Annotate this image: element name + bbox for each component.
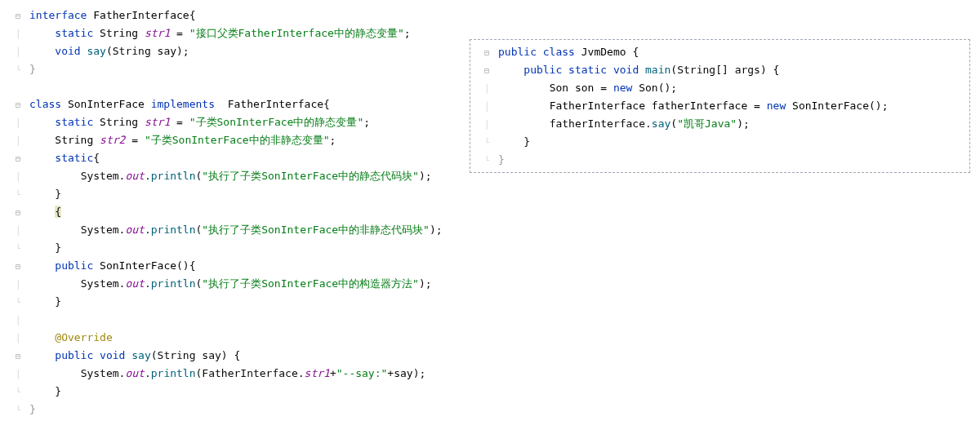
brace: } [498, 153, 505, 166]
type: String [100, 116, 138, 128]
fold-corner-icon: └ [482, 152, 492, 169]
fold-collapse-icon[interactable]: ⊟ [13, 7, 23, 24]
gutter: │ [7, 365, 29, 383]
fold-collapse-icon[interactable]: ⊟ [13, 348, 23, 365]
obj: fatherInterface. [550, 117, 652, 130]
keyword: class [543, 46, 575, 58]
code-line: │ System.out.println("执行了子类SonInterFace中… [7, 275, 443, 293]
paren: (); [869, 100, 888, 112]
gutter: ⊟ [7, 347, 29, 365]
type-name: JvmDemo [581, 46, 626, 58]
string-literal: "子类SonInterFace中的静态变量" [189, 116, 364, 128]
code-line: └} [7, 401, 443, 418]
keyword: static [568, 64, 607, 76]
method: println [151, 277, 196, 290]
paren: ( [670, 117, 677, 130]
fold-line-icon: │ [13, 276, 23, 293]
gutter: │ [7, 311, 29, 329]
fold-collapse-icon[interactable]: ⊟ [13, 150, 23, 167]
code-line: ⊟ public SonInterFace(){ [7, 257, 443, 275]
constructor: SonInterFace [792, 100, 869, 112]
string-literal: "执行了子类SonInterFace中的构造器方法" [202, 277, 419, 290]
method: println [151, 170, 196, 182]
method: say [652, 117, 670, 130]
gutter: │ [475, 97, 498, 115]
fold-line-icon: │ [13, 43, 23, 60]
fold-collapse-icon[interactable]: ⊟ [482, 62, 492, 79]
type: String [100, 27, 138, 39]
keyword: static [55, 116, 93, 128]
fold-line-icon: │ [13, 222, 23, 239]
fold-collapse-icon[interactable]: ⊟ [13, 96, 23, 113]
gutter: └ [475, 133, 498, 151]
gutter: │ [7, 329, 29, 347]
type-name: FatherInterface [93, 9, 189, 21]
eq: = [747, 100, 766, 112]
fold-corner-icon: └ [13, 186, 23, 203]
obj: System. [81, 277, 126, 290]
dot: . [145, 224, 151, 236]
gutter: └ [7, 293, 29, 311]
type: Son [550, 82, 568, 94]
fold-corner-icon: └ [13, 383, 23, 401]
field: str1 [145, 27, 170, 39]
type: String [55, 134, 93, 146]
obj: System. [81, 224, 126, 236]
fold-line-icon: │ [13, 168, 23, 185]
code-line: │ fatherInterface.say("凯哥Java"); [475, 115, 964, 133]
params: (String[] args) { [670, 64, 779, 76]
gutter: │ [7, 167, 29, 185]
highlighted-brace: { [55, 206, 61, 218]
string-literal: "执行了子类SonInterFace中的非静态代码块" [202, 224, 430, 236]
close: ); [737, 117, 750, 130]
punct: = [170, 116, 189, 128]
brace: } [29, 403, 36, 415]
fold-corner-icon: └ [13, 61, 23, 78]
code-line: └ } [7, 293, 443, 311]
fold-line-icon: │ [13, 25, 23, 42]
close: ); [419, 170, 432, 182]
fold-collapse-icon[interactable]: ⊟ [482, 44, 492, 61]
keyword: public [498, 46, 537, 58]
annotation: @Override [55, 331, 112, 343]
brace: } [55, 295, 61, 308]
gutter: ⊟ [7, 95, 29, 113]
variable: fatherInterface [652, 100, 747, 112]
code-line: ⊟interface FatherInterface{ [7, 7, 443, 24]
obj: System. [81, 170, 126, 182]
fold-collapse-icon[interactable]: ⊟ [13, 258, 23, 275]
fold-line-icon: │ [482, 116, 492, 133]
gutter: └ [475, 151, 498, 169]
gutter: ⊟ [475, 61, 498, 79]
code-line: │ FatherInterface fatherInterface = new … [475, 97, 964, 115]
punct: ; [363, 116, 370, 128]
left-code-pane: ⊟interface FatherInterface{ │ static Str… [0, 7, 443, 418]
right-code-pane: ⊟public class JvmDemo { ⊟ public static … [470, 39, 970, 173]
code-line: ⊟ public static void main(String[] args)… [475, 61, 964, 79]
tail: +say); [387, 367, 425, 379]
code-line [7, 78, 443, 95]
string-literal: "子类SonInterFace中的非静态变量" [145, 134, 330, 146]
code-line: │ static String str1 = "子类SonInterFace中的… [7, 113, 443, 131]
gutter: │ [7, 131, 29, 149]
code-line: │ System.out.println("执行了子类SonInterFace中… [7, 221, 443, 239]
keyword: new [767, 100, 786, 112]
type: FatherInterface [550, 100, 645, 112]
fold-line-icon: │ [482, 98, 492, 115]
keyword: void [613, 64, 639, 76]
fold-corner-icon: └ [13, 401, 23, 418]
gutter: ⊟ [7, 149, 29, 167]
gutter: │ [7, 275, 29, 293]
type-name: FatherInterface [228, 98, 323, 110]
code-line: └ } [7, 383, 443, 401]
paren: (FatherInterface. [196, 367, 305, 379]
fold-collapse-icon[interactable]: ⊟ [13, 204, 23, 221]
fold-corner-icon: └ [13, 294, 23, 311]
fold-line-icon: │ [13, 365, 23, 383]
punct: ; [404, 27, 411, 39]
code-line: │ String str2 = "子类SonInterFace中的非静态变量"; [7, 131, 443, 149]
method: main [645, 64, 670, 76]
gutter: │ [7, 221, 29, 239]
keyword: static [55, 27, 93, 39]
gutter: └ [7, 383, 29, 401]
